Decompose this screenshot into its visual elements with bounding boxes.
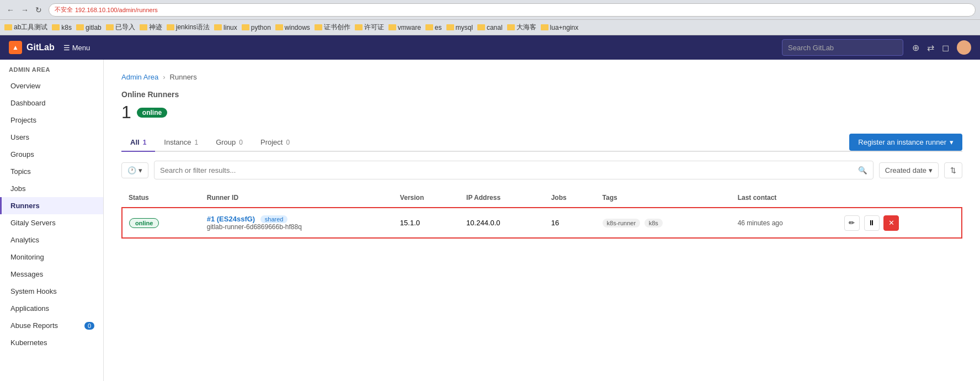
sidebar-item-users[interactable]: Users <box>0 129 103 146</box>
main-content: Admin Area › Runners Online Runners 1 on… <box>104 60 980 381</box>
bookmark-shen[interactable]: 神迹 <box>140 23 162 32</box>
gitlab-logo-icon: ▲ <box>9 41 22 54</box>
breadcrumb-parent[interactable]: Admin Area <box>121 73 158 81</box>
col-last-contact: Last contact <box>731 188 835 208</box>
col-ip: IP Address <box>460 188 545 208</box>
sidebar-section-title: Admin Area <box>0 60 103 77</box>
bookmark-cert[interactable]: 证书创作 <box>315 23 350 32</box>
bookmark-windows[interactable]: windows <box>275 24 310 31</box>
bookmark-imported[interactable]: 已导入 <box>106 23 135 32</box>
merge-request-icon[interactable]: ⇄ <box>927 43 934 53</box>
sidebar-item-dashboard[interactable]: Dashboard <box>0 94 103 112</box>
hamburger-icon: ☰ <box>63 44 70 52</box>
bookmark-license[interactable]: 许可证 <box>355 23 384 32</box>
bookmark-python[interactable]: python <box>242 24 271 31</box>
tab-group[interactable]: Group 0 <box>207 134 252 152</box>
forward-button[interactable]: → <box>19 4 31 15</box>
menu-label: Menu <box>72 44 90 52</box>
runner-tag-1: k8s-runner <box>603 219 641 227</box>
delete-runner-button[interactable]: ✕ <box>883 215 899 231</box>
sort-button[interactable]: Created date ▾ <box>879 162 939 178</box>
sidebar-label-applications: Applications <box>10 304 49 313</box>
sidebar-item-messages[interactable]: Messages <box>0 266 103 283</box>
page-subtitle: Online Runners <box>121 90 962 99</box>
pause-runner-button[interactable]: ⏸ <box>864 215 880 231</box>
breadcrumb-current: Runners <box>170 73 197 81</box>
sidebar-label-jobs: Jobs <box>10 184 25 193</box>
bookmark-k8s[interactable]: k8s <box>52 24 72 31</box>
menu-button[interactable]: ☰ Menu <box>63 44 90 52</box>
sidebar-item-jobs[interactable]: Jobs <box>0 180 103 197</box>
browser-navigation[interactable]: ← → ↻ <box>4 4 44 15</box>
sidebar-item-gitaly[interactable]: Gitaly Servers <box>0 214 103 231</box>
url-text: 192.168.10.100/admin/runners <box>75 7 158 13</box>
sidebar-item-overview[interactable]: Overview <box>0 77 103 94</box>
tab-group-label: Group <box>216 138 236 146</box>
address-bar[interactable]: 不安全 192.168.10.100/admin/runners <box>49 3 976 17</box>
sidebar-item-analytics[interactable]: Analytics <box>0 231 103 248</box>
sidebar-item-kubernetes[interactable]: Kubernetes <box>0 334 103 351</box>
sidebar-item-hooks[interactable]: System Hooks <box>0 283 103 300</box>
bookmark-linux[interactable]: linux <box>214 24 237 31</box>
tab-all-label: All <box>130 138 140 146</box>
bookmark-lua[interactable]: lua+nginx <box>541 24 579 31</box>
bookmark-mysql[interactable]: mysql <box>446 24 473 31</box>
search-placeholder-text: Search GitLab <box>788 44 834 52</box>
filter-button[interactable]: 🕐 ▾ <box>121 162 148 178</box>
col-version: Version <box>393 188 460 208</box>
browser-bar: ← → ↻ 不安全 192.168.10.100/admin/runners <box>0 0 980 20</box>
bookmark-ab[interactable]: ab工具测试 <box>4 23 47 32</box>
bookmark-ocean[interactable]: 大海客 <box>507 23 536 32</box>
col-actions <box>835 188 962 208</box>
plus-icon[interactable]: ⊕ <box>912 43 919 53</box>
bookmark-jenkins[interactable]: jenkins语法 <box>167 23 210 32</box>
bookmark-vmware[interactable]: vmware <box>388 24 421 31</box>
sidebar-label-projects: Projects <box>10 116 36 124</box>
sidebar-item-applications[interactable]: Applications <box>0 300 103 317</box>
sidebar-item-monitoring[interactable]: Monitoring <box>0 248 103 266</box>
col-tags: Tags <box>596 188 731 208</box>
breadcrumb-separator: › <box>163 73 165 81</box>
sidebar-item-projects[interactable]: Projects <box>0 112 103 129</box>
register-runner-button[interactable]: Register an instance runner ▾ <box>849 134 962 151</box>
tab-instance[interactable]: Instance 1 <box>155 134 207 152</box>
online-badge: online <box>137 108 167 118</box>
tab-project[interactable]: Project 0 <box>252 134 299 152</box>
col-jobs: Jobs <box>545 188 596 208</box>
bookmark-canal[interactable]: canal <box>477 24 503 31</box>
reload-button[interactable]: ↻ <box>33 4 44 15</box>
abuse-badge: 0 <box>84 322 94 330</box>
runner-name: gitlab-runner-6d6869666b-hf88q <box>207 223 387 231</box>
tab-project-label: Project <box>260 138 283 146</box>
user-avatar[interactable] <box>957 40 971 55</box>
tab-instance-label: Instance <box>164 138 191 146</box>
sidebar-label-dashboard: Dashboard <box>10 99 46 107</box>
main-layout: Admin Area Overview Dashboard Projects U… <box>0 60 980 381</box>
sidebar-label-monitoring: Monitoring <box>10 253 44 261</box>
gitlab-topnav: ▲ GitLab ☰ Menu Search GitLab ⊕ ⇄ ◻ <box>0 35 980 60</box>
search-icon-button[interactable]: 🔍 <box>858 166 867 174</box>
sidebar-item-groups[interactable]: Groups <box>0 146 103 163</box>
sidebar-item-abuse[interactable]: Abuse Reports 0 <box>0 317 103 334</box>
tab-all[interactable]: All 1 <box>121 134 155 152</box>
sidebar-label-topics: Topics <box>10 167 31 176</box>
sort-label: Created date <box>885 166 926 174</box>
sidebar-item-runners[interactable]: Runners <box>0 197 103 214</box>
runner-id-line: #1 (ES24ssfG) shared <box>207 215 387 223</box>
nav-icons: ⊕ ⇄ ◻ <box>912 40 971 55</box>
search-input[interactable] <box>160 166 858 174</box>
runner-count: 1 <box>121 102 131 123</box>
sort-order-button[interactable]: ⇅ <box>944 162 962 178</box>
global-search[interactable]: Search GitLab <box>782 39 903 56</box>
bookmark-es[interactable]: es <box>425 24 442 31</box>
back-button[interactable]: ← <box>4 4 17 15</box>
gitlab-logo[interactable]: ▲ GitLab <box>9 41 55 54</box>
runner-id-link[interactable]: #1 (ES24ssfG) <box>207 215 255 223</box>
sidebar-label-users: Users <box>10 133 29 141</box>
edit-runner-button[interactable]: ✏ <box>844 215 860 231</box>
search-input-wrap[interactable]: 🔍 <box>154 161 874 179</box>
bookmark-gitlab[interactable]: gitlab <box>76 24 102 31</box>
table-row: online #1 (ES24ssfG) shared gitlab-runne… <box>122 208 962 238</box>
sidebar-item-topics[interactable]: Topics <box>0 163 103 180</box>
issues-icon[interactable]: ◻ <box>942 43 949 53</box>
